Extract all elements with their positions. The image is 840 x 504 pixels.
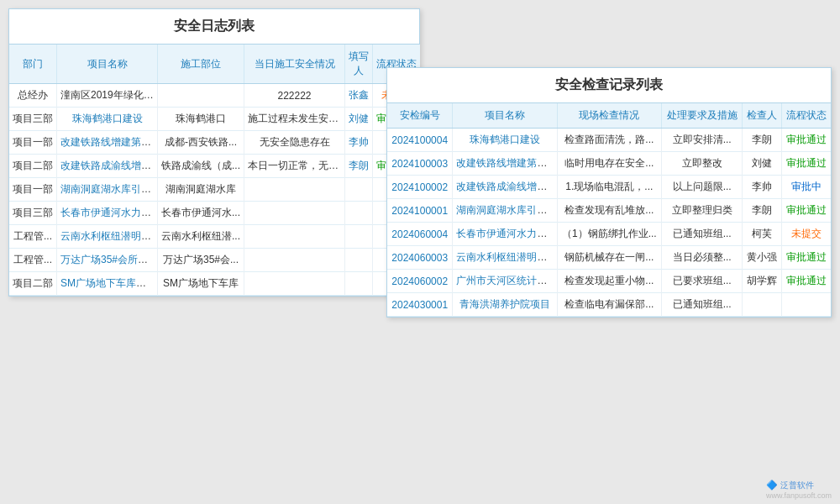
- check-table-header-row: 安检编号 项目名称 现场检查情况 处理要求及措施 检查人 流程状态: [387, 103, 831, 129]
- check-cell-1[interactable]: 青海洪湖养护院项目: [453, 293, 557, 317]
- check-cell-0[interactable]: 2024100004: [387, 129, 453, 152]
- check-cell-0[interactable]: 2024100001: [387, 199, 453, 223]
- table-row: 2024060004长春市伊通河水力发电...（1）钢筋绑扎作业...已通知班组…: [387, 223, 831, 246]
- table-row: 工程管...万达广场35#会所及咖啡...万达广场35#会...: [9, 249, 420, 272]
- check-cell-2: 1.现场临电混乱，...: [557, 176, 661, 199]
- check-cell-3: 已要求班组...: [662, 270, 743, 293]
- cell-1[interactable]: 珠海鹤港口建设: [57, 108, 158, 131]
- check-cell-0[interactable]: 2024060004: [387, 223, 453, 246]
- check-cell-3: 立即整理归类: [662, 199, 743, 223]
- cell-3: [244, 225, 345, 249]
- check-cell-4: 李朗: [743, 129, 782, 152]
- check-cell-3: 立即安排清...: [662, 129, 743, 152]
- check-cell-0[interactable]: 2024060003: [387, 246, 453, 270]
- check-cell-5: 审批通过: [781, 152, 831, 176]
- cell-4[interactable]: 李朗: [345, 155, 373, 178]
- table-row: 2024030001青海洪湖养护院项目检查临电有漏保部...已通知班组...: [387, 293, 831, 317]
- col-project: 项目名称: [57, 45, 158, 84]
- safety-log-table: 部门 项目名称 施工部位 当日施工安全情况 填写人 流程状态 总经办潼南区201…: [9, 45, 420, 296]
- check-cell-0[interactable]: 2024030001: [387, 293, 453, 317]
- cell-2: SM广场地下车库: [158, 272, 244, 296]
- left-panel-title: 安全日志列表: [9, 9, 419, 45]
- check-cell-0[interactable]: 2024100002: [387, 176, 453, 199]
- check-cell-0[interactable]: 2024060002: [387, 270, 453, 293]
- table-row: 项目一部改建铁路线增建第二线直...成都-西安铁路...无安全隐患存在李帅作废: [9, 131, 420, 155]
- table-row: 总经办潼南区2019年绿化补贴项...222222张鑫未提交: [9, 84, 420, 108]
- cell-3: [244, 249, 345, 272]
- safety-check-table: 安检编号 项目名称 现场检查情况 处理要求及措施 检查人 流程状态 202410…: [387, 103, 831, 317]
- cell-1[interactable]: 改建铁路成渝线增建第二...: [57, 155, 158, 178]
- check-cell-2: 检查发现起重小物...: [557, 270, 661, 293]
- main-container: 安全日志列表 部门 项目名称 施工部位 当日施工安全情况 填写人 流程状态 总经…: [0, 0, 840, 504]
- table-row: 项目三部珠海鹤港口建设珠海鹤港口施工过程未发生安全事故...刘健审批通过: [9, 108, 420, 131]
- check-cell-2: （1）钢筋绑扎作业...: [557, 223, 661, 246]
- cell-3: [244, 178, 345, 202]
- check-cell-3: 立即整改: [662, 152, 743, 176]
- check-cell-2: 临时用电存在安全...: [557, 152, 661, 176]
- check-cell-1[interactable]: 广州市天河区统计局机...: [453, 270, 557, 293]
- cell-1[interactable]: 改建铁路线增建第二线直...: [57, 131, 158, 155]
- cell-2: 云南水利枢纽潜...: [158, 225, 244, 249]
- check-cell-4: 黄小强: [743, 246, 782, 270]
- cell-1[interactable]: 云南水利枢纽潜明水库一...: [57, 225, 158, 249]
- cell-4[interactable]: 李帅: [345, 131, 373, 155]
- cell-4[interactable]: 张鑫: [345, 84, 373, 108]
- table-row: 2024100001湖南洞庭湖水库引水工...检查发现有乱堆放...立即整理归类…: [387, 199, 831, 223]
- watermark-brand: 泛普软件: [780, 480, 814, 490]
- cell-1[interactable]: 长春市伊通河水力发电厂...: [57, 202, 158, 225]
- check-cell-0[interactable]: 2024100003: [387, 152, 453, 176]
- cell-4: [345, 249, 373, 272]
- table-row: 2024060002广州市天河区统计局机...检查发现起重小物...已要求班组.…: [387, 270, 831, 293]
- cell-4: [345, 178, 373, 202]
- cell-0: 项目二部: [9, 155, 57, 178]
- cell-0: 项目一部: [9, 131, 57, 155]
- check-cell-1[interactable]: 珠海鹤港口建设: [453, 129, 557, 152]
- check-cell-5: 审批中: [781, 176, 831, 199]
- cell-3: 本日一切正常，无事故发...: [244, 155, 345, 178]
- table-row: 项目二部SM广场地下车库更换摄...SM广场地下车库: [9, 272, 420, 296]
- cell-3: [244, 272, 345, 296]
- cell-3: 无安全隐患存在: [244, 131, 345, 155]
- table-row: 2024100003改建铁路线增建第二线...临时用电存在安全...立即整改刘健…: [387, 152, 831, 176]
- col-safety: 当日施工安全情况: [244, 45, 345, 84]
- col-flow-status: 流程状态: [781, 103, 831, 129]
- check-cell-3: 当日必须整...: [662, 246, 743, 270]
- watermark-logo: 🔷 泛普软件: [766, 480, 832, 491]
- check-cell-1[interactable]: 改建铁路线增建第二线...: [453, 152, 557, 176]
- check-cell-5: 未提交: [781, 223, 831, 246]
- check-cell-2: 检查临电有漏保部...: [557, 293, 661, 317]
- table-header-row: 部门 项目名称 施工部位 当日施工安全情况 填写人 流程状态: [9, 45, 420, 84]
- cell-4: [345, 225, 373, 249]
- cell-0: 工程管...: [9, 249, 57, 272]
- check-cell-1[interactable]: 长春市伊通河水力发电...: [453, 223, 557, 246]
- col-dept: 部门: [9, 45, 57, 84]
- check-cell-5: 审批通过: [781, 246, 831, 270]
- cell-2: 长春市伊通河水...: [158, 202, 244, 225]
- col-location: 施工部位: [158, 45, 244, 84]
- check-cell-1[interactable]: 云南水利枢纽潜明水库...: [453, 246, 557, 270]
- check-cell-1[interactable]: 改建铁路成渝线增建第...: [453, 176, 557, 199]
- cell-1: 潼南区2019年绿化补贴项...: [57, 84, 158, 108]
- cell-0: 项目三部: [9, 108, 57, 131]
- table-row: 项目三部长春市伊通河水力发电厂...长春市伊通河水...: [9, 202, 420, 225]
- cell-1[interactable]: 万达广场35#会所及咖啡...: [57, 249, 158, 272]
- check-cell-4: 柯芙: [743, 223, 782, 246]
- cell-1[interactable]: SM广场地下车库更换摄...: [57, 272, 158, 296]
- cell-1[interactable]: 湖南洞庭湖水库引水工程...: [57, 178, 158, 202]
- check-cell-1[interactable]: 湖南洞庭湖水库引水工...: [453, 199, 557, 223]
- check-cell-4: 胡学辉: [743, 270, 782, 293]
- cell-0: 项目一部: [9, 178, 57, 202]
- col-inspector: 检查人: [743, 103, 782, 129]
- cell-2: 成都-西安铁路...: [158, 131, 244, 155]
- left-panel: 安全日志列表 部门 项目名称 施工部位 当日施工安全情况 填写人 流程状态 总经…: [8, 8, 420, 297]
- cell-4[interactable]: 刘健: [345, 108, 373, 131]
- right-panel: 安全检查记录列表 安检编号 项目名称 现场检查情况 处理要求及措施 检查人 流程…: [386, 67, 832, 318]
- cell-3: 222222: [244, 84, 345, 108]
- table-row: 2024100002改建铁路成渝线增建第...1.现场临电混乱，...以上问题限…: [387, 176, 831, 199]
- cell-0: 总经办: [9, 84, 57, 108]
- col-situation: 现场检查情况: [557, 103, 661, 129]
- table-row: 2024100004珠海鹤港口建设检查路面清洗，路...立即安排清...李朗审批…: [387, 129, 831, 152]
- cell-0: 工程管...: [9, 225, 57, 249]
- check-cell-3: 已通知班组...: [662, 223, 743, 246]
- check-cell-4: 刘健: [743, 152, 782, 176]
